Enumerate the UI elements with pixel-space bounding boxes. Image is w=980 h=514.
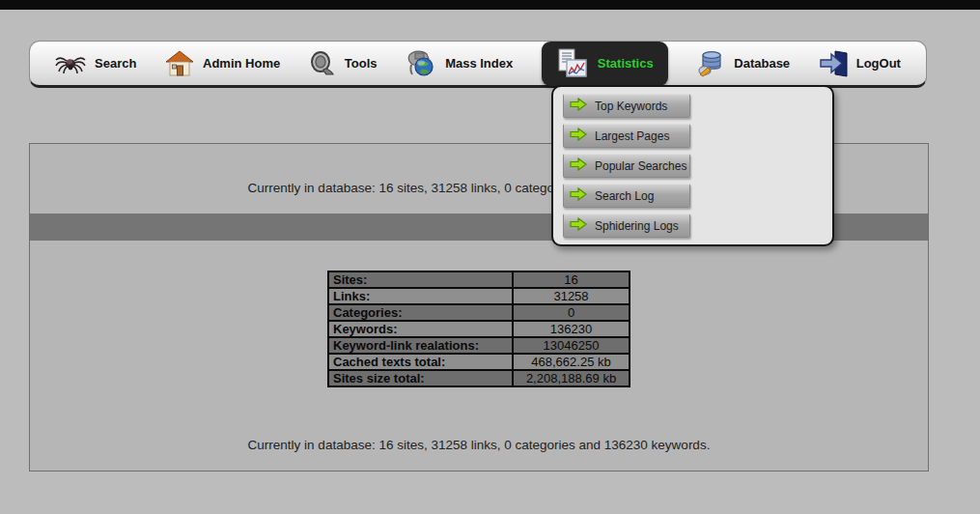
nav-item-database[interactable]: Database [696,49,790,77]
stat-value: 31258 [513,288,630,304]
stat-label: Keyword-link realations: [328,337,513,354]
stat-value: 136230 [513,321,630,337]
menu-item-largest-pages[interactable]: Largest Pages [563,124,690,148]
nav-item-mass-index[interactable]: Mass Index [406,49,513,77]
stat-value: 2,208,188.69 kb [513,370,630,386]
database-stats-table: Sites: 16 Links: 31258 Categories: 0 Key… [327,271,630,387]
pliers-icon [309,50,336,76]
stat-label: Sites size total: [328,370,513,386]
chart-document-icon [556,48,589,79]
menu-item-label: Top Keywords [595,100,667,113]
stat-label: Links: [328,288,513,304]
table-row: Keyword-link realations: 13046250 [328,337,630,354]
green-arrow-icon [570,157,587,174]
table-row: Links: 31258 [328,288,630,304]
menu-item-label: Largest Pages [595,129,669,143]
nav-label: Tools [345,56,378,71]
stat-label: Sites: [328,271,513,288]
nav-item-search[interactable]: Search [55,51,136,75]
nav-label: Admin Home [203,56,280,71]
nav-label: Search [95,56,136,71]
menu-item-search-log[interactable]: Search Log [563,184,690,208]
green-arrow-icon [570,128,587,144]
nav-item-statistics[interactable]: Statistics [542,42,668,86]
menu-item-top-keywords[interactable]: Top Keywords [563,94,690,118]
stats-table-wrap: Sites: 16 Links: 31258 Categories: 0 Key… [327,271,630,387]
table-row: Sites size total: 2,208,188.69 kb [328,370,630,386]
spider-icon [55,51,86,75]
statistics-dropdown-panel: Top Keywords Largest Pages Popular Searc… [551,85,834,246]
database-wrench-icon [696,49,725,77]
nav-label: Statistics [598,56,654,71]
menu-item-sphidering-logs[interactable]: Sphidering Logs [563,214,690,238]
nav-label: LogOut [856,56,901,71]
menu-item-label: Search Log [595,189,654,203]
table-row: Sites: 16 [328,271,630,288]
nav-label: Database [734,56,790,71]
green-arrow-icon [570,217,587,234]
green-arrow-icon [570,187,587,204]
globe-gadget-icon [406,49,436,77]
admin-page: Search Admin Home Tools [0,0,980,514]
table-row: Categories: 0 [328,304,630,321]
table-row: Keywords: 136230 [328,321,630,337]
stat-value: 16 [513,271,630,288]
nav-item-logout[interactable]: LogOut [819,50,901,77]
stat-value: 0 [513,304,630,321]
main-navbar: Search Admin Home Tools [29,41,927,88]
top-black-bar [0,0,980,10]
menu-item-label: Sphidering Logs [595,219,679,233]
nav-item-admin-home[interactable]: Admin Home [165,50,280,76]
logout-arrow-icon [819,50,848,77]
nav-label: Mass Index [445,56,513,71]
stat-label: Keywords: [328,321,513,337]
green-arrow-icon [570,98,587,114]
home-icon [165,50,194,76]
stat-value: 13046250 [513,337,630,354]
stat-value: 468,662.25 kb [513,354,630,370]
stat-label: Categories: [328,304,513,321]
database-status-bottom: Currently in database: 16 sites, 31258 l… [30,438,928,452]
menu-item-label: Popular Searches [595,159,686,173]
menu-item-popular-searches[interactable]: Popular Searches [563,154,690,178]
nav-item-tools[interactable]: Tools [309,50,378,76]
stat-label: Cached texts total: [328,354,513,370]
table-row: Cached texts total: 468,662.25 kb [328,354,630,370]
